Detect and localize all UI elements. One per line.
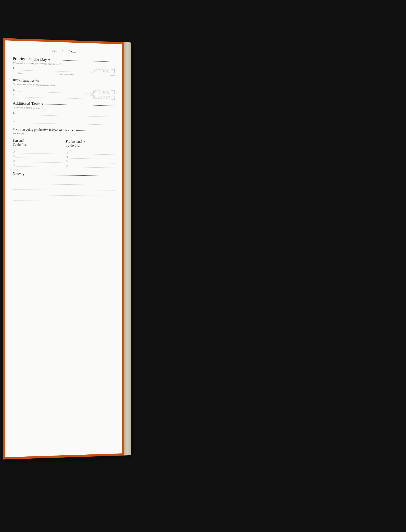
tracker-box-actual: [111, 69, 115, 73]
task1-line: [18, 67, 89, 72]
tracker2-circle-2: [98, 90, 101, 93]
task2-line: [18, 88, 89, 93]
notebook: Date ___ / ___ / 20 ___ Priority For The…: [3, 38, 131, 459]
tracker3-circle-2: [98, 96, 101, 99]
tracker-circle-3: [101, 69, 104, 72]
personal-todo-item-3: [13, 159, 62, 163]
date-section: Date ___ / ___ / 20 ___: [13, 48, 115, 54]
tracker-box2-target: [90, 90, 94, 93]
personal-todo-column: Personal To-do List: [13, 139, 62, 169]
additional-divider: [44, 104, 115, 106]
personal-circle-3: [13, 160, 15, 162]
tracker-label-track: Track 25min/bubble: [59, 73, 74, 76]
important-section: Important Tasks Do these tasks only if t…: [13, 78, 115, 99]
professional-circle-2: [66, 156, 68, 158]
tracker-label-target: Target: [18, 72, 22, 74]
task3-number: 3.: [13, 94, 16, 97]
task1-number: 1.: [13, 67, 16, 70]
professional-line-4: [69, 164, 115, 168]
tracker-circles-1: [94, 69, 110, 72]
professional-todo-item-4: [66, 164, 115, 168]
quote-text: Focus on being productive instead of bus…: [13, 127, 70, 132]
tracker3-circle-4: [104, 96, 107, 99]
task5-number: 5.: [13, 120, 16, 123]
professional-todo-title: Professional To-do List: [66, 140, 86, 148]
professional-title-line1: Professional: [66, 140, 82, 144]
professional-circle-4: [66, 165, 68, 167]
professional-header-row: Professional To-do List: [66, 140, 115, 150]
personal-line-4: [16, 163, 62, 167]
professional-circle-1: [66, 152, 68, 154]
important-title: Important Tasks: [13, 78, 39, 83]
tracker3-circle-5: [107, 96, 110, 99]
professional-title-top: Professional: [66, 140, 86, 144]
todo-columns: Personal To-do List: [13, 139, 115, 170]
tracker-box3-actual: [111, 96, 115, 99]
notes-line-3: [13, 191, 115, 196]
personal-todo-item-4: [13, 163, 62, 167]
tracker-circle-5: [107, 70, 110, 72]
personal-todo-title: Personal To-do List: [13, 139, 27, 147]
notes-header-row: Notes: [13, 172, 115, 179]
notes-line-2: [13, 185, 115, 191]
personal-line-3: [16, 159, 62, 163]
tracker3-circle-3: [101, 96, 104, 99]
additional-title: Additional Tasks: [13, 101, 40, 106]
task-row-3-wrapper: 3.: [13, 93, 115, 99]
task3-line: [18, 93, 89, 99]
tracker3-circle-1: [94, 96, 97, 99]
personal-todo-item-1: [13, 150, 62, 154]
professional-line-2: [69, 156, 115, 159]
personal-title-line1: Personal: [13, 139, 27, 143]
task-row-1: 1.: [13, 66, 115, 73]
professional-line-3: [69, 160, 115, 163]
notes-line-1: [13, 180, 115, 185]
priority-title: Priority For The Day: [13, 56, 47, 62]
personal-circle-4: [13, 164, 15, 166]
tracker2-circle-1: [94, 90, 97, 93]
notes-title: Notes: [13, 172, 22, 176]
personal-line-2: [16, 155, 62, 158]
tracker-circles-3: [94, 96, 110, 99]
task-row-3: 3.: [13, 93, 115, 99]
professional-todo-item-1: [66, 151, 115, 155]
professional-circle-3: [66, 160, 68, 162]
tracker-circle-1: [94, 69, 97, 72]
professional-title-line2: To-do List: [66, 143, 86, 148]
task2-number: 2.: [13, 88, 16, 91]
tracker-group-2: [90, 90, 114, 94]
personal-title-line2: To-do List: [13, 143, 27, 147]
notes-section: Notes: [13, 172, 115, 202]
tracker-circle-2: [98, 69, 101, 72]
tracker-circles-2: [94, 90, 110, 94]
tracker-box2-actual: [111, 90, 115, 94]
tracker-group-3: [90, 95, 114, 99]
task-row-4: 4.: [13, 111, 115, 117]
important-tasks-area: 2.: [13, 88, 115, 99]
tracker-label-actual: Actual: [110, 75, 115, 77]
priority-divider: [51, 60, 115, 62]
tracker2-circle-4: [104, 91, 107, 93]
task-row-2: 2.: [13, 88, 115, 94]
tracker-group-1: [90, 69, 114, 73]
additional-section: Additional Tasks Other tasks & actions f…: [13, 101, 115, 125]
tracker-box3-target: [90, 95, 94, 99]
priority-section: Priority For The Day If this was the onl…: [13, 56, 115, 77]
notes-divider: [25, 175, 115, 176]
quote-divider: [76, 130, 115, 131]
tracker2-circle-3: [101, 91, 104, 93]
task4-line: [18, 111, 115, 117]
notebook-page: Date ___ / ___ / 20 ___ Priority For The…: [5, 40, 122, 457]
personal-todo-item-2: [13, 155, 62, 158]
professional-todo-item-3: [66, 160, 115, 163]
quote-section: Focus on being productive instead of bus…: [13, 127, 115, 137]
notes-line-4: [13, 196, 115, 201]
tracker2-circle-5: [107, 91, 110, 93]
task4-number: 4.: [13, 111, 16, 114]
tracker-box-target: [90, 69, 94, 72]
additional-tasks-area: 4. 5.: [13, 111, 115, 125]
professional-todo-column: Professional To-do List: [66, 140, 115, 170]
date-label: Date ___ / ___ / 20 ___: [52, 49, 76, 53]
notebook-spine: [124, 42, 131, 455]
priority-task-area: 1. Target: [13, 66, 115, 77]
